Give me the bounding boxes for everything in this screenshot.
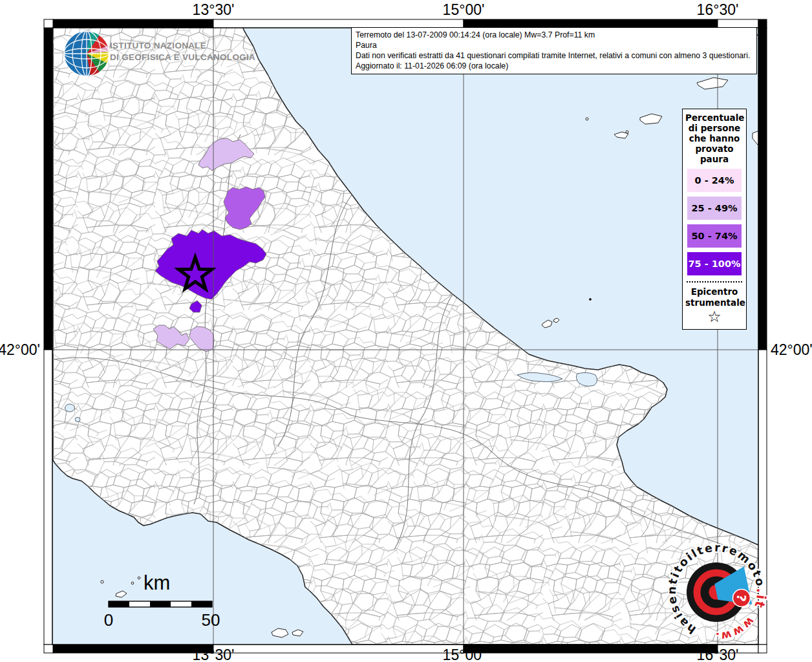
legend-class-0-24: 0 - 24%	[687, 169, 742, 192]
legend-title: Percentuale di persone che hanno provato…	[685, 112, 743, 164]
data-disclaimer-line: Dati non verificati estratti da 41 quest…	[356, 50, 753, 61]
ingv-wordmark: ISTITUTO NAZIONALE DI GEOFISICA E VULCAN…	[110, 40, 255, 63]
left-axis-label-42-00: 42°00'	[0, 341, 40, 359]
updated-at-line: Aggiornato il: 11-01-2026 06:09 (ora loc…	[356, 61, 753, 71]
ingv-name-line1: ISTITUTO NAZIONALE	[110, 40, 255, 52]
legend-title-line: di persone	[685, 123, 743, 133]
legend-title-line: che hanno	[685, 133, 743, 144]
ingv-logo-globe	[64, 31, 109, 76]
epicenter-legend-label: Epicentro strumentale	[685, 286, 743, 308]
legend-title-line: provato	[685, 144, 743, 154]
earthquake-info-box: Terremoto del 13-07-2009 00:14:24 (ora l…	[351, 27, 757, 74]
top-axis-label-13-30: 13°30'	[193, 1, 235, 19]
epicenter-label-line: strumentale	[685, 297, 743, 308]
scale-end-label: 50	[202, 610, 220, 630]
map-page: ? haisentitoilterremoto.it www. 13°30' 1…	[0, 0, 812, 662]
legend-title-line: Percentuale	[685, 112, 743, 123]
bottom-axis-label-15-00: 15°00'	[443, 646, 485, 662]
right-axis-label-42-00: 42°00'	[771, 341, 812, 359]
map-canvas: ? haisentitoilterremoto.it www.	[0, 0, 812, 662]
epicenter-star-icon: ☆	[685, 308, 743, 325]
top-axis-label-16-30: 16°30'	[697, 1, 739, 19]
scale-unit-label: km	[144, 571, 170, 595]
ingv-name-line2: DI GEOFISICA E VULCANOLOGIA	[110, 52, 255, 63]
bottom-axis-label-13-30: 13°30'	[193, 646, 235, 662]
event-summary-line: Terremoto del 13-07-2009 00:14:24 (ora l…	[356, 30, 753, 40]
bottom-axis-label-16-30: 16°30'	[697, 646, 739, 662]
felt-category-line: Paura	[356, 40, 753, 50]
legend-title-line: paura	[685, 154, 743, 164]
legend-separator	[687, 281, 742, 283]
top-axis-label-15-00: 15°00'	[443, 1, 485, 19]
legend-class-50-74: 50 - 74%	[687, 224, 742, 248]
legend-class-75-100: 75 - 100%	[687, 252, 742, 275]
scale-bar	[109, 601, 212, 607]
scale-start-label: 0	[104, 610, 113, 630]
legend-panel: Percentuale di persone che hanno provato…	[682, 109, 747, 330]
legend-class-25-49: 25 - 49%	[687, 197, 742, 220]
epicenter-label-line: Epicentro	[685, 286, 743, 297]
